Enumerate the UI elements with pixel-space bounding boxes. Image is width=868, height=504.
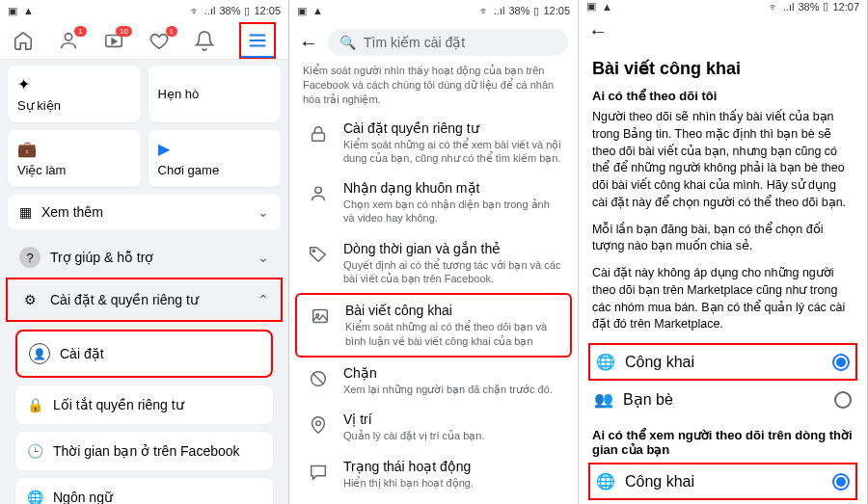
friends-icon: 👥 — [594, 390, 613, 409]
radio-label: Công khai — [625, 354, 694, 371]
privacy-settings-row[interactable]: Cài đặt quyền riêng tưKiểm soát những ai… — [295, 113, 572, 173]
settings-privacy-row[interactable]: ⚙ Cài đặt & quyền riêng tư ⌃ — [6, 278, 283, 322]
briefcase-icon: 💼 — [17, 140, 131, 159]
help-support-row[interactable]: ? Trợ giúp & hỗ trợ ⌄ — [8, 237, 281, 278]
tile-gaming[interactable]: ▶ Chơi game — [149, 130, 282, 187]
battery-text: 38% — [798, 1, 819, 13]
see-more-label: Xem thêm — [41, 204, 103, 220]
globe-icon: 🌐 — [27, 490, 43, 504]
status-bar: ▣ ▲ ᯤ ..ıl 38% ▯ 12:05 — [0, 0, 288, 21]
top-nav: 1 10 1 — [0, 21, 288, 60]
badge: 1 — [74, 26, 86, 37]
back-button[interactable]: ← — [588, 20, 608, 42]
search-input[interactable]: 🔍 Tìm kiếm cài đặt — [328, 29, 568, 56]
battery-text: 38% — [219, 5, 240, 16]
row-title: Bài viết công khai — [345, 303, 560, 318]
wifi-icon: ᯤ — [479, 5, 490, 16]
timeline-tagging-row[interactable]: Dòng thời gian và gắn thẻQuyết định ai c… — [295, 233, 572, 294]
radio-label: Bạn bè — [623, 390, 673, 409]
page-title: Bài viết công khai — [592, 58, 854, 79]
battery-text: 38% — [508, 5, 529, 16]
search-icon: 🔍 — [339, 35, 356, 50]
face-icon — [305, 180, 332, 207]
svg-point-12 — [316, 421, 321, 426]
tile-label: Sự kiện — [17, 98, 131, 113]
face-recognition-row[interactable]: Nhận dạng khuôn mặtChọn xem bạn có nhận … — [295, 172, 572, 233]
watch-tab[interactable]: 10 — [103, 30, 124, 51]
public-posts-row[interactable]: Bài viết công khaiKiểm soát những ai có … — [295, 293, 572, 358]
back-button[interactable]: ← — [299, 32, 318, 54]
svg-rect-8 — [313, 310, 328, 323]
post-icon — [307, 303, 334, 330]
time-on-fb-label: Thời gian bạn ở trên Facebook — [53, 443, 240, 459]
tile-jobs[interactable]: 💼 Việc làm — [8, 130, 141, 187]
home-tab[interactable] — [13, 30, 34, 51]
tile-dating[interactable]: Hẹn hò — [149, 66, 282, 122]
radio-on-icon — [832, 473, 850, 491]
row-title: Dòng thời gian và gắn thẻ — [343, 241, 562, 256]
dating-tab[interactable]: 1 — [149, 30, 170, 51]
clock-text: 12:05 — [543, 5, 570, 16]
svg-point-7 — [312, 250, 314, 252]
privacy-shortcut-label: Lối tắt quyền riêng tư — [53, 397, 184, 412]
menu-tab[interactable] — [239, 22, 276, 59]
tile-events[interactable]: ✦ Sự kiện — [8, 66, 141, 122]
row-subtitle: Hiển thị khi bạn hoạt động. — [343, 476, 562, 490]
star-icon: ✦ — [17, 75, 131, 94]
radio-friends[interactable]: 👥 Bạn bè — [592, 381, 854, 418]
settings-row[interactable]: 👤 Cài đặt — [15, 330, 273, 378]
wifi-icon: ᯤ — [769, 1, 779, 13]
gaming-icon: ▶ — [158, 140, 272, 159]
search-placeholder: Tìm kiếm cài đặt — [364, 35, 465, 50]
signal-icon: ..ıl — [204, 5, 216, 16]
wifi-icon: ᯤ — [190, 5, 201, 16]
row-title: Chặn — [343, 365, 562, 381]
help-icon: ? — [19, 247, 41, 268]
paragraph: Người theo dõi sẽ nhìn thấy bài viết của… — [592, 109, 854, 212]
see-more-row[interactable]: ▦ Xem thêm ⌄ — [8, 195, 281, 229]
tile-label: Hẹn hò — [158, 87, 200, 101]
row-subtitle: Xem lại những người bạn đã chặn trước đó… — [343, 383, 562, 396]
warning-icon: ▲ — [312, 5, 323, 16]
row-title: Cài đặt quyền riêng tư — [343, 120, 562, 136]
language-label: Ngôn ngữ — [53, 490, 113, 504]
badge: 1 — [166, 26, 177, 37]
radio-public-followers[interactable]: 🌐 Công khai — [588, 463, 857, 500]
globe-icon: 🌐 — [596, 353, 615, 371]
blocking-row[interactable]: ChặnXem lại những người bạn đã chặn trướ… — [295, 358, 572, 404]
row-subtitle: Kiểm soát những ai có thể theo dõi bạn v… — [345, 320, 560, 348]
signal-icon: ..ıl — [494, 5, 505, 16]
paragraph: Mỗi lần bạn đăng bài, bạn có thể chọn đố… — [592, 222, 854, 256]
paragraph: Cài đặt này không áp dụng cho những ngườ… — [592, 265, 854, 333]
friends-tab[interactable]: 1 — [58, 30, 79, 51]
grid-icon: ▦ — [19, 204, 32, 220]
settings-label: Cài đặt — [60, 346, 104, 361]
radio-public[interactable]: 🌐 Công khai — [588, 343, 857, 381]
camera-icon: ▣ — [297, 5, 307, 17]
svg-point-0 — [65, 33, 71, 40]
row-subtitle: Kiểm soát những ai có thể xem bài viết v… — [343, 138, 562, 166]
globe-icon: 🌐 — [596, 472, 615, 491]
notifications-tab[interactable] — [194, 30, 215, 51]
user-gear-icon: 👤 — [29, 343, 50, 364]
clock-text: 12:07 — [832, 1, 859, 13]
location-row[interactable]: Vị tríQuản lý cài đặt vị trí của bạn. — [295, 404, 572, 450]
settings-privacy-label: Cài đặt & quyền riêng tư — [50, 292, 199, 307]
status-bar: ▣▲ ᯤ..ıl38%▯12:07 — [579, 0, 867, 13]
section-heading: Ai có thể xem người theo dõi trên dòng t… — [592, 428, 854, 457]
pin-icon — [305, 411, 332, 438]
radio-off-icon — [834, 391, 852, 409]
active-status-row[interactable]: Trạng thái hoạt độngHiển thị khi bạn hoạ… — [295, 451, 572, 497]
lock-icon: 🔒 — [27, 397, 43, 412]
tag-icon — [305, 241, 332, 268]
language-row[interactable]: 🌐 Ngôn ngữ — [15, 478, 273, 504]
warning-icon: ▲ — [602, 1, 612, 13]
chevron-up-icon: ⌃ — [258, 292, 269, 307]
time-on-fb-row[interactable]: 🕒 Thời gian bạn ở trên Facebook — [15, 432, 273, 470]
signal-icon: ..ıl — [783, 1, 795, 13]
chat-icon — [305, 459, 332, 486]
tile-label: Chơi game — [158, 163, 272, 177]
privacy-shortcut-row[interactable]: 🔒 Lối tắt quyền riêng tư — [15, 385, 273, 424]
battery-icon: ▯ — [823, 0, 828, 13]
radio-on-icon — [832, 354, 850, 371]
